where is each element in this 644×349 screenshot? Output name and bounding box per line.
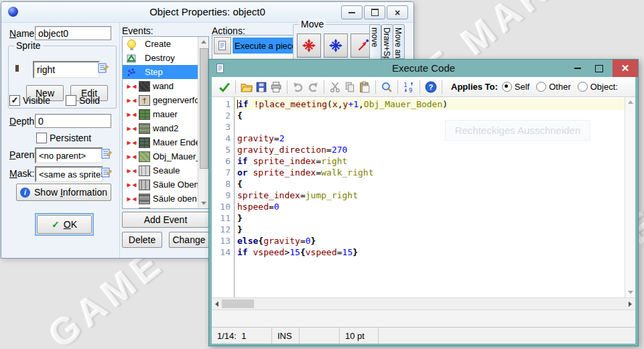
radio-icon[interactable] — [578, 82, 588, 92]
code-line-10[interactable]: 10hspeed=0 — [212, 201, 625, 212]
code-line-12[interactable]: 12} — [212, 224, 625, 235]
code-line-9[interactable]: 9sprite_index=jump_right — [212, 190, 625, 201]
event-item-partial[interactable]: ►◄ — [123, 206, 208, 209]
line-number: 14 — [212, 247, 234, 258]
goto-line-icon[interactable]: 19 — [401, 80, 416, 94]
cut-icon[interactable] — [328, 80, 342, 94]
scroll-down-icon[interactable] — [625, 287, 635, 297]
event-item-mauer-ende[interactable]: ►◄Mauer Ende — [123, 135, 208, 149]
event-item-wand2[interactable]: ►◄wand2 — [123, 121, 208, 135]
event-item-step[interactable]: Step — [123, 65, 208, 79]
event-item-mauer[interactable]: ►◄mauer — [123, 107, 208, 121]
maximize-icon[interactable] — [364, 5, 385, 19]
event-item-s-ule-oben[interactable]: ►◄Säule Oben — [123, 178, 208, 192]
collision-icon: ►◄ — [125, 125, 138, 132]
visible-checkbox[interactable]: ✓ — [9, 95, 20, 106]
scroll-up-icon[interactable] — [625, 97, 635, 107]
events-label: Events: — [122, 25, 153, 36]
radio-label: Object: — [590, 82, 618, 92]
code-line-7[interactable]: 7or sprite_index=walk_right — [212, 167, 625, 178]
delete-button[interactable]: Delete — [122, 232, 162, 248]
code-line-1[interactable]: 1if !place_meeting(x,y+1,Obj_Mauer_Boden… — [212, 98, 625, 110]
event-item-gegnerverfolg[interactable]: ►◄gegnerverfolg — [123, 93, 208, 107]
code-line-text: or sprite_index=walk_right — [235, 167, 625, 178]
radio-icon[interactable] — [502, 82, 512, 92]
execute-code-titlebar[interactable]: Execute Code ✕ — [209, 60, 638, 77]
check-icon[interactable] — [217, 80, 232, 94]
tab-move-and[interactable]: Move and — [393, 24, 405, 59]
code-line-5[interactable]: 5gravity_direction=270 — [212, 144, 625, 155]
scroll-down-icon[interactable] — [198, 198, 208, 208]
applies-to-object[interactable]: Object: — [578, 82, 618, 92]
vertical-scrollbar[interactable] — [625, 97, 635, 297]
move-panel-legend: Move — [299, 19, 326, 29]
tab-draw-spr[interactable]: Draw+Spr — [381, 24, 393, 59]
depth-input[interactable] — [35, 114, 111, 128]
undo-icon[interactable] — [291, 80, 306, 94]
parent-value-box[interactable]: <no parent> — [35, 147, 103, 163]
visible-label: Visible — [23, 95, 50, 106]
lightbulb-icon — [125, 40, 138, 48]
add-event-button[interactable]: Add Event — [122, 212, 209, 228]
scrollbar-thumb[interactable] — [200, 48, 208, 169]
ok-button[interactable]: ✓ OK — [37, 215, 92, 234]
parent-menu-icon[interactable] — [101, 148, 113, 162]
code-line-text: else{gravity=0} — [235, 235, 625, 247]
applies-to-self[interactable]: Self — [502, 82, 529, 92]
move-fixed-icon[interactable] — [297, 33, 321, 58]
event-item-wand[interactable]: ►◄wand — [123, 79, 208, 93]
scroll-left-icon[interactable] — [212, 298, 222, 309]
line-number: 6 — [212, 155, 234, 167]
step-icon — [125, 68, 138, 77]
code-line-14[interactable]: 14if vspeed>15{vspeed=15} — [212, 247, 625, 258]
tab-move[interactable]: move — [369, 24, 381, 63]
minimize-icon[interactable] — [341, 5, 363, 19]
print-icon[interactable] — [269, 80, 283, 94]
horizontal-scrollbar[interactable] — [212, 297, 635, 309]
open-icon[interactable] — [239, 80, 254, 94]
scrollbar-thumb[interactable] — [222, 299, 254, 308]
close-icon[interactable]: ✕ — [613, 60, 638, 77]
help-icon[interactable]: ? — [424, 80, 438, 94]
radio-icon[interactable] — [536, 82, 546, 92]
event-item-label: Mauer Ende — [153, 137, 200, 147]
maximize-icon[interactable] — [590, 62, 608, 75]
event-item-s-ule-oben-[interactable]: ►◄Säule oben ( — [123, 192, 208, 206]
sprite-name-box[interactable]: right — [33, 61, 100, 78]
name-input[interactable] — [35, 26, 111, 40]
object-properties-titlebar[interactable]: Object Properties: object0 × — [1, 2, 413, 23]
save-icon[interactable] — [254, 80, 269, 94]
panel-divider — [119, 23, 120, 258]
code-line-13[interactable]: 13else{gravity=0} — [212, 235, 625, 247]
paste-icon[interactable] — [357, 80, 372, 94]
line-number: 9 — [212, 190, 234, 201]
change-button[interactable]: Change — [169, 232, 209, 248]
code-line-8[interactable]: 8{ — [212, 178, 625, 190]
move-free-icon[interactable] — [324, 33, 348, 58]
event-item-destroy[interactable]: Destroy — [123, 51, 208, 65]
toolbar-separator — [375, 80, 376, 94]
event-item-seaule[interactable]: ►◄Seaule — [123, 163, 208, 178]
code-line-6[interactable]: 6if sprite_index=right — [212, 155, 625, 167]
event-item-obj-mauer-b[interactable]: ►◄Obj_Mauer_B — [123, 149, 208, 163]
solid-checkbox[interactable] — [66, 95, 76, 106]
persistent-checkbox[interactable] — [36, 133, 47, 143]
event-item-create[interactable]: Create — [123, 37, 208, 51]
search-icon[interactable] — [379, 80, 394, 94]
mask-label: Mask: — [9, 168, 34, 179]
events-list[interactable]: CreateDestroyStep►◄wand►◄gegnerverfolg►◄… — [122, 36, 209, 209]
redo-icon[interactable] — [306, 80, 320, 94]
scroll-up-icon[interactable] — [198, 37, 208, 47]
sprite-menu-icon[interactable] — [97, 62, 109, 76]
close-icon[interactable]: × — [387, 5, 408, 19]
copy-icon[interactable] — [342, 80, 357, 94]
applies-to-other[interactable]: Other — [536, 82, 571, 92]
scroll-right-icon[interactable] — [625, 298, 635, 309]
collision-icon: ►◄ — [125, 97, 138, 104]
minimize-icon[interactable] — [568, 62, 587, 75]
show-information-button[interactable]: i Show Information — [16, 184, 111, 201]
mask-value-box[interactable]: <same as sprite> — [35, 166, 103, 182]
mask-menu-icon[interactable] — [101, 167, 113, 181]
events-scrollbar[interactable] — [198, 37, 208, 208]
code-line-11[interactable]: 11} — [212, 212, 625, 224]
